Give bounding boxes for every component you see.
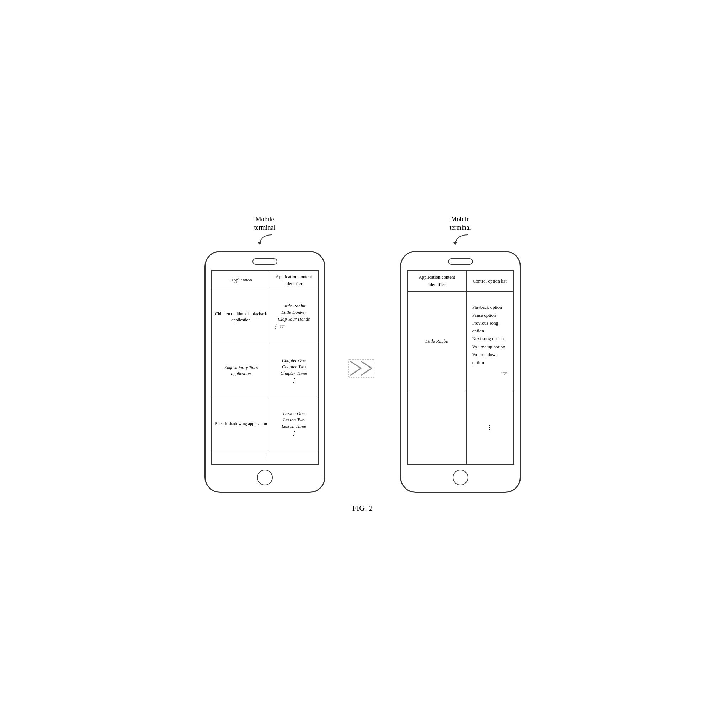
left-phone-group: Mobile terminal Application Application … <box>205 215 325 493</box>
content-item: Chapter One <box>272 357 315 364</box>
right-table-row: Little Rabbit Playback option Pause opti… <box>408 291 513 391</box>
bottom-ellipsis: ⋮ <box>212 450 318 464</box>
content-item: Chapter Two <box>272 364 315 370</box>
right-options-cell: Playback option Pause option Previous so… <box>466 291 513 391</box>
right-ellipsis-row: ⋮ <box>408 391 513 463</box>
left-phone-label: Mobile terminal <box>254 215 276 232</box>
right-col-header-content-id: Application content identifier <box>408 271 466 292</box>
option-prev[interactable]: Previous song option <box>472 319 511 335</box>
left-phone-speaker <box>252 258 277 265</box>
right-content-id: Little Rabbit <box>408 291 466 391</box>
content-item: Little Rabbit <box>272 303 315 309</box>
right-phone-group: Mobile terminal Application content iden… <box>400 215 521 493</box>
table-row: Children multimedia playback application… <box>212 290 317 344</box>
table-row: English Fairy Tales application Chapter … <box>212 344 317 398</box>
hand-cursor-right: ☞ <box>501 368 507 379</box>
options-list: Playback option Pause option Previous so… <box>469 303 511 367</box>
right-label-area: Mobile terminal <box>450 215 471 248</box>
col-header-application: Application <box>212 271 270 290</box>
figure-caption: FIG. 2 <box>353 503 372 513</box>
svg-marker-2 <box>453 242 457 245</box>
app-name-3: Speech shadowing application <box>212 398 270 450</box>
svg-marker-0 <box>258 242 261 245</box>
right-ellipsis-right: ⋮ <box>466 391 513 463</box>
phones-row: Mobile terminal Application Application … <box>167 215 558 493</box>
right-curved-arrow <box>450 233 471 247</box>
right-col-header-control: Control option list <box>466 271 513 292</box>
main-container: Mobile terminal Application Application … <box>167 215 558 513</box>
left-phone: Application Application content identifi… <box>205 251 325 493</box>
option-pause[interactable]: Pause option <box>472 311 511 319</box>
option-playback[interactable]: Playback option <box>472 303 511 311</box>
option-next[interactable]: Next song option <box>472 335 511 343</box>
right-app-table: Application content identifier Control o… <box>408 271 513 464</box>
app-name-1: Children multimedia playback application <box>212 290 270 344</box>
option-volume-down[interactable]: Volume down option <box>472 351 511 367</box>
left-home-button[interactable] <box>257 470 273 485</box>
left-curved-arrow <box>254 233 276 247</box>
content-item: Clap Your Hands <box>272 316 315 323</box>
right-phone-speaker <box>448 258 473 265</box>
transition-arrow <box>346 356 379 381</box>
content-item: Lesson Three <box>272 423 315 430</box>
col-header-content-id: Application content identifier <box>270 271 317 290</box>
content-item: Little Donkey <box>272 309 315 316</box>
app-name-2: English Fairy Tales application <box>212 344 270 398</box>
right-phone: Application content identifier Control o… <box>400 251 521 493</box>
content-item: Lesson Two <box>272 417 315 423</box>
content-item: Chapter Three <box>272 370 315 376</box>
content-list-1: Little Rabbit Little Donkey Clap Your Ha… <box>270 290 317 344</box>
right-home-button[interactable] <box>453 470 468 485</box>
ellipsis-2: ⋮ <box>291 377 296 383</box>
content-list-2: Chapter One Chapter Two Chapter Three ⋮ <box>270 344 317 398</box>
hand-cursor-1: ☞ <box>279 323 285 331</box>
table-row: Speech shadowing application Lesson One … <box>212 398 317 450</box>
left-label-area: Mobile terminal <box>254 215 276 248</box>
content-list-3: Lesson One Lesson Two Lesson Three ⋮ <box>270 398 317 450</box>
ellipsis-3: ⋮ <box>291 430 296 436</box>
left-phone-screen: Application Application content identifi… <box>211 270 319 465</box>
right-phone-label: Mobile terminal <box>450 215 471 232</box>
right-phone-screen: Application content identifier Control o… <box>407 270 514 465</box>
option-volume-up[interactable]: Volume up option <box>472 343 511 351</box>
left-app-table: Application Application content identifi… <box>212 271 318 450</box>
right-ellipsis-left <box>408 391 466 463</box>
ellipsis-1: ⋮ <box>272 323 278 330</box>
content-item: Lesson One <box>272 410 315 417</box>
arrow-container <box>346 356 379 381</box>
